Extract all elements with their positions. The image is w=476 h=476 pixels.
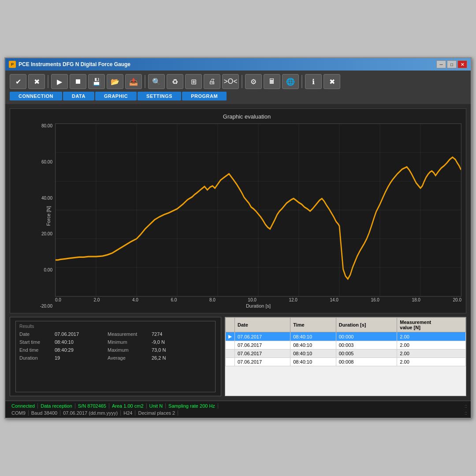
stop-button[interactable]: ⏹ (70, 74, 86, 89)
cell-duration: 00:005 (336, 350, 397, 358)
results-grid: Date 07.06.2017 Measurement 7274 Start t… (19, 331, 212, 361)
status-area: Area 1.00 cm2 (109, 403, 147, 409)
tab-connection[interactable]: CONNECTION (10, 92, 62, 100)
col-duration: Duration [s] (336, 318, 397, 332)
average-value: 26,2 N (152, 355, 187, 361)
tab-program[interactable]: PROGRAM (182, 92, 227, 100)
play-button[interactable]: ▶ (51, 74, 68, 89)
chart-title: Graphic evaluation (223, 113, 271, 120)
title-bar: P PCE Instruments DFG N Digital Force Ga… (5, 58, 471, 71)
cell-date: 07.06.2017 (235, 350, 290, 358)
x-tick-8: 16.0 (371, 298, 379, 302)
cell-value: 2.00 (397, 341, 466, 350)
toolbar: ✔ ✖ ▶ ⏹ 💾 📂 📤 🔍 ♻ ⊞ 🖨 >O< ⚙ 🖩 🌐 ℹ ✖ (5, 71, 471, 104)
sep4 (301, 75, 302, 88)
cell-duration: 00:003 (336, 341, 397, 350)
zoom-button[interactable]: 🔍 (148, 74, 165, 89)
window-controls: ─ □ ✕ (436, 60, 467, 68)
cell-duration: 00:000 (336, 332, 397, 341)
tab-data[interactable]: DATA (63, 92, 94, 100)
sep2 (145, 75, 145, 88)
scroll-indicator-1: :: (465, 403, 467, 409)
chart-area: Graphic evaluation 80.00 60.00 40.00 20.… (10, 108, 466, 313)
grid-button[interactable]: ⊞ (185, 74, 202, 89)
x-tick-3: 6.0 (171, 298, 177, 302)
minimum-value: -9,0 N (152, 339, 187, 345)
info-button[interactable]: ℹ (305, 74, 322, 89)
row-indicator (226, 350, 235, 358)
tab-graphic[interactable]: GRAPHIC (95, 92, 137, 100)
settings-button[interactable]: ⚙ (245, 74, 262, 89)
y-tick-5: 0.00 (44, 268, 52, 272)
table-row[interactable]: 07.06.2017 08:40:10 00:008 2.00 (226, 358, 466, 366)
cell-duration: 00:008 (336, 358, 397, 366)
status-sampling: Sampling rate 200 Hz (166, 403, 218, 409)
mirror-button[interactable]: >O< (222, 74, 239, 89)
date-label: Date (19, 331, 55, 337)
x-axis-label: Duration [s] (55, 303, 461, 309)
status-unit: Unit N (147, 403, 166, 409)
x-tick-7: 14.0 (330, 298, 338, 302)
status-baud: Baud 38400 (29, 410, 60, 416)
measurement-value: 7274 (152, 331, 187, 337)
calculator-button[interactable]: 🖩 (264, 74, 280, 89)
cell-date: 07.06.2017 (235, 332, 290, 341)
maximum-label: Maximum (108, 347, 152, 353)
title-bar-left: P PCE Instruments DFG N Digital Force Ga… (9, 61, 130, 68)
close-button[interactable]: ✕ (457, 60, 467, 68)
x-tick-10: 20.0 (453, 298, 461, 302)
minimize-button[interactable]: ─ (436, 60, 446, 68)
table-row[interactable]: 07.06.2017 08:40:10 00:003 2.00 (226, 341, 466, 350)
export-button[interactable]: 📤 (125, 74, 142, 89)
cell-value: 2.00 (397, 332, 466, 341)
status-row-1: Connected Data reception S/N 8702465 Are… (9, 402, 467, 409)
sep3 (242, 75, 242, 88)
app-icon: P (9, 61, 16, 68)
open-button[interactable]: 📂 (107, 74, 123, 89)
print-button[interactable]: 🖨 (204, 74, 220, 89)
average-label: Average (108, 355, 152, 361)
y-tick-2: 60.00 (41, 160, 52, 164)
y-tick-6: -20.00 (40, 304, 52, 309)
data-table-container: Date Time Duration [s] Measurementvalue … (225, 317, 466, 396)
disconnect-button[interactable]: ✖ (28, 74, 45, 89)
window-title: PCE Instruments DFG N Digital Force Gaug… (19, 61, 130, 67)
maximum-value: 73,0 N (152, 347, 187, 353)
data-table: Date Time Duration [s] Measurementvalue … (225, 317, 466, 366)
bottom-section: Results Date 07.06.2017 Measurement 7274… (10, 317, 466, 396)
measurement-label: Measurement (108, 331, 152, 337)
status-data-reception: Data reception (38, 403, 75, 409)
table-scroll-wrapper[interactable]: Date Time Duration [s] Measurementvalue … (225, 317, 466, 396)
tab-settings[interactable]: SETTINGS (138, 92, 181, 100)
cell-time: 08:40:10 (290, 358, 336, 366)
table-row[interactable]: 07.06.2017 08:40:10 00:005 2.00 (226, 350, 466, 358)
connect-button[interactable]: ✔ (10, 74, 26, 89)
y-tick-1: 80.00 (41, 123, 52, 128)
scroll-indicator-2: :: (465, 410, 467, 416)
close-app-button[interactable]: ✖ (324, 74, 340, 89)
x-tick-6: 12.0 (289, 298, 297, 302)
refresh-button[interactable]: ♻ (167, 74, 183, 89)
duration-label: Duration (19, 355, 55, 361)
minimum-label: Minimum (108, 339, 152, 345)
y-tick-3: 40.00 (41, 196, 52, 201)
x-tick-2: 4.0 (132, 298, 138, 302)
x-tick-4: 8.0 (209, 298, 216, 302)
status-connected: Connected (9, 403, 38, 409)
x-tick-9: 18.0 (412, 298, 420, 302)
save-button[interactable]: 💾 (88, 74, 105, 89)
col-time: Time (290, 318, 336, 332)
globe-button[interactable]: 🌐 (282, 74, 299, 89)
start-time-label: Start time (19, 339, 55, 345)
table-row[interactable]: ▶ 07.06.2017 08:40:10 00:000 2.00 (226, 332, 466, 341)
status-com: COM9 (9, 410, 29, 416)
main-content: Graphic evaluation 80.00 60.00 40.00 20.… (5, 104, 471, 401)
start-time-value: 08:40:10 (55, 339, 108, 345)
cell-value: 2.00 (397, 358, 466, 366)
y-tick-4: 20.00 (41, 231, 52, 236)
status-bar: Connected Data reception S/N 8702465 Are… (5, 401, 471, 418)
end-time-value: 08:40:29 (55, 347, 108, 353)
x-tick-5: 10.0 (248, 298, 256, 302)
maximize-button[interactable]: □ (447, 60, 457, 68)
toolbar-icons: ✔ ✖ ▶ ⏹ 💾 📂 📤 🔍 ♻ ⊞ 🖨 >O< ⚙ 🖩 🌐 ℹ ✖ (10, 74, 466, 89)
